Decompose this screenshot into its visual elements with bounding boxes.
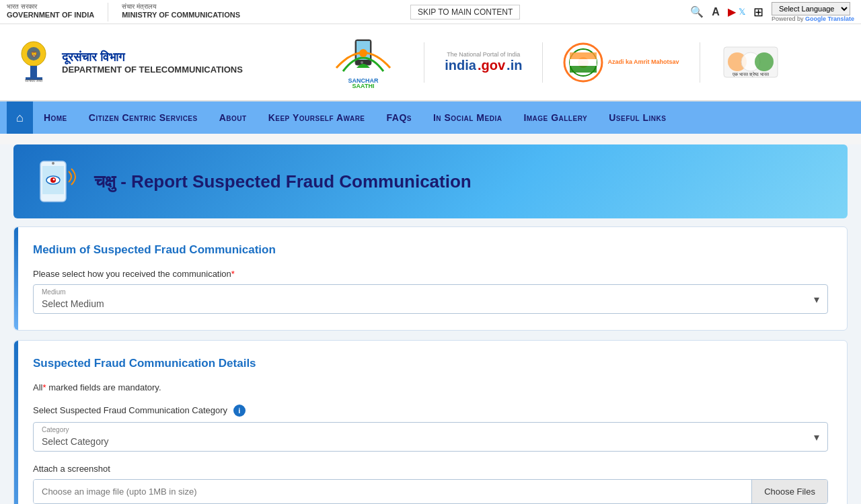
home-button[interactable]: ⌂ — [7, 101, 33, 134]
sitemap-icon[interactable]: ⊞ — [753, 5, 763, 19]
main-content: चक्षु - Report Suspected Fraud Communica… — [0, 144, 861, 504]
nav-item-gallery[interactable]: Image Gallery — [513, 101, 598, 134]
top-bar-center: SKIP TO MAIN CONTENT — [240, 5, 690, 19]
screenshot-label: Attach a screenshot — [33, 464, 828, 474]
choose-files-button[interactable]: Choose Files — [751, 480, 827, 503]
ministry-english: MINISTRY OF COMMUNICATIONS — [122, 11, 240, 19]
nav-item-faqs[interactable]: FAQs — [376, 101, 422, 134]
nav-item-links[interactable]: Useful Links — [598, 101, 677, 134]
india-gov-logo: The National Portal of India india .gov … — [445, 51, 522, 73]
section2-title: Suspected Fraud Communication Details — [33, 357, 828, 370]
required-star: * — [231, 269, 235, 279]
svg-rect-15 — [570, 52, 597, 59]
ek-bharat-logo: एक भारत श्रेष्ठ भारत — [720, 44, 781, 81]
language-selector-wrapper: Select Language Powered by Google Transl… — [772, 2, 854, 22]
divider3 — [700, 42, 700, 83]
emblem: 🦁 सत्यमेव जयते — [13, 39, 54, 86]
nav-item-home[interactable]: Home — [33, 101, 78, 134]
azadi-logo: Azadi ka Amrit Mahotsav — [563, 42, 679, 83]
svg-text:🦁: 🦁 — [30, 50, 38, 58]
nav-bar: ⌂ Home Citizen Centric Services About Ke… — [0, 101, 861, 134]
header-logo-area: 🦁 सत्यमेव जयते दूरसंचार विभाग DEPARTMENT… — [13, 39, 243, 86]
banner-title: चक्षु - Report Suspected Fraud Communica… — [94, 171, 472, 192]
twitter-icon[interactable]: 𝕏 — [739, 7, 745, 17]
medium-select[interactable]: Select Medium SMS Call WhatsApp Email — [34, 285, 827, 313]
dot-in: .in — [507, 58, 522, 73]
header-center: SANCHAR SAATHI The National Portal of In… — [256, 34, 848, 90]
search-button[interactable]: 🔍 — [690, 5, 704, 18]
gov-india-hindi: भारत सरकार — [7, 3, 94, 11]
dot-gov: .gov — [478, 58, 505, 73]
category-info-icon[interactable]: i — [233, 405, 246, 417]
dept-hindi: दूरसंचार विभाग — [62, 50, 243, 65]
svg-point-21 — [755, 52, 774, 71]
india-text: india — [445, 58, 476, 73]
divider2 — [542, 42, 543, 83]
section-details: Suspected Fraud Communication Details Al… — [13, 340, 848, 504]
nav-item-aware[interactable]: Keep Yourself Aware — [258, 101, 376, 134]
svg-rect-17 — [570, 66, 597, 73]
top-bar-right: 🔍 A ▶ 𝕏 ⊞ Select Language Powered by Goo… — [690, 2, 854, 22]
page-banner: चक्षु - Report Suspected Fraud Communica… — [13, 144, 848, 218]
nav-item-about[interactable]: About — [209, 101, 258, 134]
svg-rect-2 — [30, 66, 37, 78]
section1-field-label: Please select how you received the commu… — [33, 269, 828, 279]
header: 🦁 सत्यमेव जयते दूरसंचार विभाग DEPARTMENT… — [0, 24, 861, 101]
ministry-hindi: संचार मंत्रालय — [122, 3, 240, 11]
svg-rect-16 — [570, 59, 597, 66]
banner-icon — [34, 158, 81, 205]
sanchar-saathi-logo: SANCHAR SAATHI — [323, 34, 404, 90]
category-select-wrapper: Category Select Category Financial Fraud… — [33, 422, 828, 452]
language-select[interactable]: Select Language — [772, 2, 850, 15]
top-bar: भारत सरकार GOVERNMENT OF INDIA संचार मंत… — [0, 0, 861, 24]
svg-point-9 — [359, 49, 367, 57]
category-field-label: Select Suspected Fraud Communication Cat… — [33, 405, 828, 417]
skip-to-main[interactable]: SKIP TO MAIN CONTENT — [410, 5, 520, 19]
svg-text:एक भारत श्रेष्ठ भारत: एक भारत श्रेष्ठ भारत — [732, 71, 770, 77]
svg-point-8 — [361, 61, 363, 64]
divider1 — [424, 42, 424, 83]
font-size-toggle[interactable]: A — [712, 6, 720, 18]
youtube-icon[interactable]: ▶ — [728, 5, 736, 18]
gov-india-labels: भारत सरकार GOVERNMENT OF INDIA — [7, 3, 94, 22]
svg-point-25 — [52, 162, 54, 165]
section1-title: Medium of Suspected Fraud Communication — [33, 243, 828, 257]
svg-point-28 — [53, 179, 55, 181]
nav-item-citizen[interactable]: Citizen Centric Services — [78, 101, 209, 134]
ministry-labels: संचार मंत्रालय MINISTRY OF COMMUNICATION… — [122, 3, 240, 22]
svg-text:SAATHI: SAATHI — [352, 83, 375, 88]
nav-item-social[interactable]: In Social Media — [422, 101, 513, 134]
dept-name: दूरसंचार विभाग DEPARTMENT OF TELECOMMUNI… — [62, 50, 243, 75]
medium-select-wrapper: Medium Select Medium SMS Call WhatsApp E… — [33, 284, 828, 314]
section-medium: Medium of Suspected Fraud Communication … — [13, 226, 848, 331]
gov-india-english: GOVERNMENT OF INDIA — [7, 11, 94, 19]
azadi-text: Azadi ka Amrit Mahotsav — [607, 58, 679, 67]
dept-english: DEPARTMENT OF TELECOMMUNICATIONS — [62, 65, 243, 75]
powered-by-text: Powered by Google Translate — [772, 15, 854, 22]
file-input-wrapper: Choose Files — [33, 479, 828, 504]
social-icons: ▶ 𝕏 — [728, 5, 745, 18]
file-input-text — [34, 480, 751, 503]
svg-text:सत्यमेव जयते: सत्यमेव जयते — [24, 78, 43, 83]
mandatory-note: All* marked fields are mandatory. — [33, 382, 828, 392]
category-select[interactable]: Select Category Financial Fraud Imperson… — [34, 423, 827, 451]
top-bar-left: भारत सरकार GOVERNMENT OF INDIA संचार मंत… — [7, 3, 240, 22]
